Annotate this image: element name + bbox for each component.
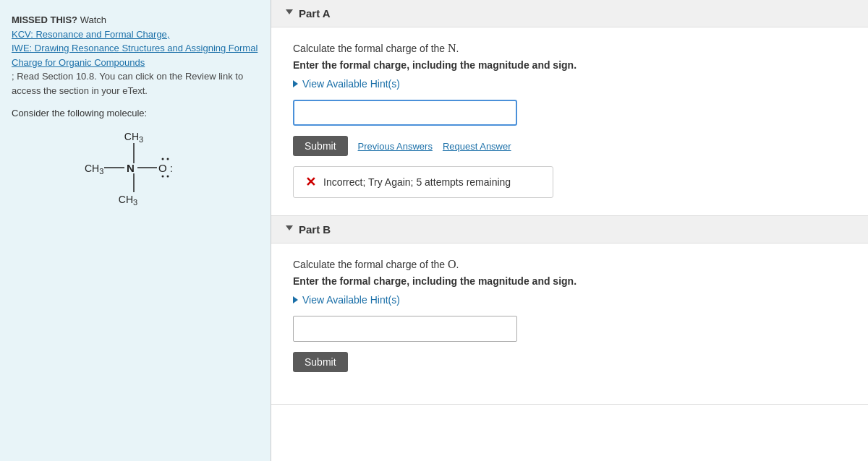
part-b-input-wrapper (293, 316, 517, 342)
svg-point-10 (167, 176, 169, 178)
part-a-incorrect-text: Incorrect; Try Again; 5 attempts remaini… (323, 176, 511, 188)
part-b-instruction1: Calculate the formal charge of the O. (293, 258, 846, 271)
svg-text::: : (170, 163, 173, 174)
part-b-section: Part B Calculate the formal charge of th… (271, 216, 868, 405)
part-b-hint-triangle (293, 296, 298, 303)
part-b-instruction2: Enter the formal charge, including the m… (293, 275, 846, 287)
part-a-title: Part A (299, 7, 331, 20)
part-a-instruction2: Enter the formal charge, including the m… (293, 59, 846, 71)
part-b-body: Calculate the formal charge of the O. En… (271, 244, 868, 404)
kcv-link[interactable]: KCV: Resonance and Formal Charge, (12, 29, 169, 40)
part-a-request-answer-link[interactable]: Request Answer (443, 141, 511, 152)
svg-point-9 (162, 176, 164, 178)
molecule-diagram: CH3 CH3 N O : CH3 (12, 129, 259, 208)
part-a-atom: N (448, 42, 456, 54)
part-b-collapse-icon (286, 225, 293, 234)
svg-text:CH3: CH3 (119, 194, 137, 207)
svg-text:N: N (127, 162, 135, 174)
part-b-title: Part B (299, 223, 331, 236)
part-b-submit-button[interactable]: Submit (293, 352, 348, 372)
svg-point-7 (162, 158, 164, 160)
part-b-header[interactable]: Part B (271, 216, 868, 244)
part-a-instruction1: Calculate the formal charge of the N. (293, 42, 846, 55)
part-a-hint-link[interactable]: View Available Hint(s) (293, 78, 846, 90)
part-b-actions: Submit (293, 352, 846, 372)
missed-this-section: MISSED THIS? Watch KCV: Resonance and Fo… (12, 13, 259, 98)
svg-text:CH3: CH3 (124, 131, 143, 144)
consider-text: Consider the following molecule: (12, 108, 259, 119)
part-a-body: Calculate the formal charge of the N. En… (271, 27, 868, 215)
svg-text:O: O (158, 162, 167, 174)
part-a-hint-triangle (293, 80, 298, 87)
part-a-section: Part A Calculate the formal charge of th… (271, 0, 868, 216)
part-b-answer-input[interactable] (297, 323, 514, 335)
part-b-hint-text: View Available Hint(s) (302, 294, 400, 306)
part-a-actions: Submit Previous Answers Request Answer (293, 136, 846, 156)
sidebar: MISSED THIS? Watch KCV: Resonance and Fo… (0, 0, 271, 461)
part-a-collapse-icon (286, 9, 293, 18)
part-a-prev-answers-link[interactable]: Previous Answers (358, 141, 433, 152)
svg-point-8 (167, 158, 169, 160)
read-note: ; Read Section 10.8. You can click on th… (12, 71, 243, 96)
part-a-hint-text: View Available Hint(s) (302, 78, 400, 90)
part-a-answer-input[interactable] (293, 100, 517, 126)
svg-text:CH3: CH3 (85, 163, 103, 176)
part-a-header[interactable]: Part A (271, 0, 868, 27)
incorrect-x-icon: ✕ (305, 174, 316, 190)
iwe-link[interactable]: IWE: Drawing Resonance Structures and As… (12, 43, 258, 68)
watch-label: Watch (77, 14, 106, 25)
part-a-incorrect-box: ✕ Incorrect; Try Again; 5 attempts remai… (293, 166, 553, 198)
main-content: Part A Calculate the formal charge of th… (271, 0, 868, 461)
part-a-submit-button[interactable]: Submit (293, 136, 348, 156)
part-b-hint-link[interactable]: View Available Hint(s) (293, 294, 846, 306)
missed-this-label: MISSED THIS? (12, 14, 77, 25)
molecule-svg: CH3 CH3 N O : CH3 (70, 129, 200, 208)
part-b-atom: O (448, 258, 456, 270)
